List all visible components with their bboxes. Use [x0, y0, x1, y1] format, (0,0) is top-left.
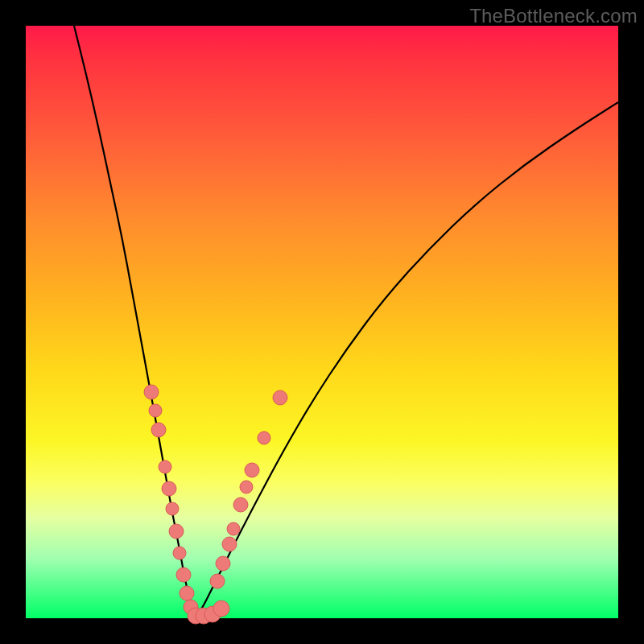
highlight-dot: [222, 537, 237, 551]
curve-layer: [26, 26, 618, 618]
highlight-dot: [273, 390, 287, 405]
highlight-dot: [180, 586, 194, 601]
highlight-dot: [258, 431, 270, 444]
plot-area: [26, 26, 618, 618]
highlight-dot: [151, 423, 166, 437]
highlight-dot: [216, 556, 230, 571]
highlight-dot: [169, 524, 184, 539]
watermark-text: TheBottleneck.com: [469, 5, 638, 27]
highlight-dot: [173, 547, 186, 559]
highlight-dot: [233, 497, 248, 512]
chart-frame: TheBottleneck.com: [0, 0, 644, 644]
highlight-dots: [144, 385, 287, 624]
highlight-dot: [166, 502, 179, 515]
highlight-dot: [159, 460, 171, 473]
highlight-dot: [213, 601, 229, 617]
highlight-dot: [149, 404, 162, 417]
highlight-dot: [144, 385, 159, 399]
highlight-dot: [162, 481, 176, 496]
curve-right-branch: [196, 102, 618, 618]
highlight-dot: [240, 481, 253, 493]
highlight-dot: [227, 522, 240, 535]
highlight-dot: [245, 463, 259, 477]
highlight-dot: [210, 574, 225, 588]
highlight-dot: [176, 568, 191, 582]
